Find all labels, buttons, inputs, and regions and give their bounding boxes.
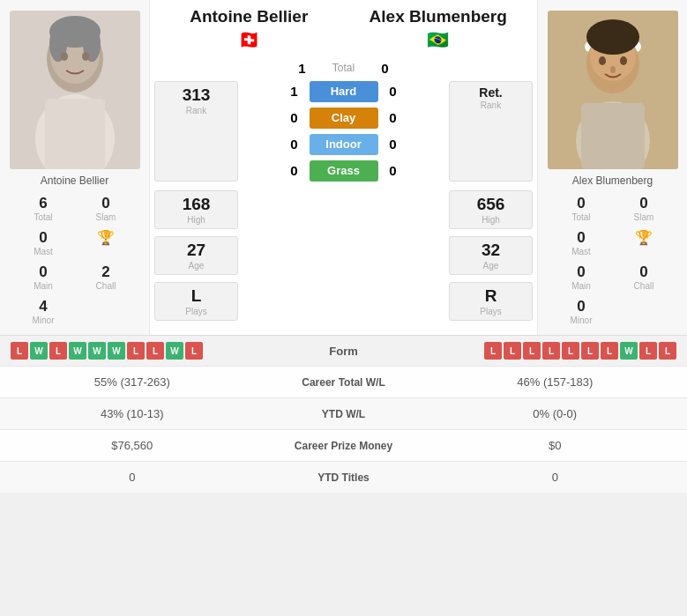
left-rank-box: 313 Rank	[154, 81, 238, 182]
right-form-badge: W	[620, 342, 638, 360]
stats-row-1: 43% (10-13)YTD W/L0% (0-0)	[0, 397, 687, 429]
stat-center-label-3: YTD Titles	[251, 471, 437, 484]
indoor-left-score: 0	[287, 137, 302, 152]
right-chall-value: 0	[639, 263, 647, 281]
svg-point-17	[610, 66, 616, 73]
left-total-stat: 6 Total	[13, 192, 74, 225]
stat-center-label-2: Career Prize Money	[251, 440, 437, 452]
left-mast-value: 0	[39, 229, 47, 247]
left-main-value: 0	[39, 263, 47, 281]
right-form-badge: L	[562, 342, 579, 360]
left-rank-value: 313	[166, 85, 227, 105]
hard-badge: Hard	[310, 81, 378, 102]
stats-row-0: 55% (317-263)Career Total W/L46% (157-18…	[0, 366, 687, 397]
right-form-badge: L	[581, 342, 599, 360]
form-row: LWLWWWLLWL Form LLLLLLLWLL	[0, 335, 687, 366]
right-rank-label: Rank	[460, 100, 521, 110]
left-player-stats: 6 Total 0 Slam 0 Mast 🏆 0 Main	[13, 192, 137, 328]
left-main-label: Main	[34, 281, 53, 291]
left-plays-label: Plays	[166, 307, 227, 316]
stats-row-3: 0YTD Titles0	[0, 461, 687, 493]
right-form-badge: L	[484, 342, 502, 360]
form-label: Form	[300, 345, 388, 358]
right-main-stat: 0 Main	[551, 261, 612, 293]
indoor-badge: Indoor	[310, 134, 378, 155]
right-age-box: 32 Age	[449, 236, 533, 275]
left-player-center-name: Antoine Bellier	[154, 7, 344, 26]
left-minor-value: 4	[39, 298, 47, 315]
right-mast-label: Mast	[571, 247, 591, 256]
hard-right-score: 0	[385, 84, 401, 99]
stat-center-label-0: Career Total W/L	[251, 376, 437, 389]
left-slam-stat: 0 Slam	[76, 192, 137, 225]
left-form-badge: W	[69, 342, 86, 360]
left-trophy-icon-container: 🏆	[76, 226, 137, 259]
svg-point-15	[599, 56, 606, 65]
svg-rect-19	[581, 103, 645, 169]
main-container: Antoine Bellier 6 Total 0 Slam 0 Mast 🏆	[0, 0, 687, 493]
stats-row-2: $76,560Career Prize Money$0	[0, 429, 687, 461]
svg-point-16	[620, 56, 627, 65]
right-main-label: Main	[571, 281, 591, 291]
left-age-value: 27	[166, 241, 227, 260]
total-right-score: 0	[377, 61, 393, 76]
left-high-label: High	[166, 215, 227, 225]
right-plays-label: Plays	[460, 307, 521, 316]
left-plays-box: L Plays	[154, 282, 238, 321]
left-form-badge: L	[146, 342, 164, 360]
right-chall-stat: 0 Chall	[614, 261, 675, 293]
svg-point-6	[61, 52, 68, 61]
right-mast-value: 0	[577, 229, 585, 247]
indoor-right-score: 0	[385, 137, 401, 152]
grass-right-score: 0	[385, 163, 401, 178]
left-mast-stat: 0 Mast	[13, 226, 74, 259]
left-main-stat: 0 Main	[13, 261, 74, 293]
left-high-value: 168	[166, 195, 227, 214]
right-minor-stat: 0 Minor	[551, 295, 612, 328]
right-trophy-icon: 🏆	[635, 229, 653, 246]
left-plays-value: L	[166, 286, 227, 306]
right-total-label: Total	[571, 212, 590, 222]
right-rank-box: Ret. Rank	[449, 81, 533, 182]
clay-badge: Clay	[310, 108, 378, 129]
right-main-value: 0	[577, 263, 585, 281]
right-form-badge: L	[601, 342, 618, 360]
left-player-photo	[10, 11, 140, 169]
left-form-badge: W	[30, 342, 48, 360]
right-minor-value: 0	[577, 298, 585, 315]
stat-right-val-3: 0	[437, 471, 675, 484]
right-player-name-label: Alex Blumenberg	[572, 174, 653, 187]
left-form-badge: W	[88, 342, 106, 360]
left-chall-label: Chall	[96, 281, 116, 291]
left-form-badge: L	[49, 342, 67, 360]
indoor-row: 0 Indoor 0	[287, 134, 401, 155]
left-mast-label: Mast	[34, 247, 53, 256]
stat-right-val-1: 0% (0-0)	[437, 407, 675, 420]
right-plays-box: R Plays	[449, 282, 533, 321]
right-slam-value: 0	[639, 195, 647, 212]
right-player-center-name: Alex Blumenberg	[344, 7, 534, 26]
stat-left-val-3: 0	[13, 471, 251, 484]
top-section: Antoine Bellier 6 Total 0 Slam 0 Mast 🏆	[0, 0, 687, 335]
right-plays-value: R	[460, 286, 521, 306]
left-flag: 🇨🇭	[154, 29, 344, 50]
right-player-photo	[548, 11, 678, 169]
right-age-label: Age	[460, 261, 521, 271]
center-column: Antoine Bellier 🇨🇭 Alex Blumenberg 🇧🇷 1 …	[150, 0, 537, 335]
hard-left-score: 1	[287, 84, 302, 99]
left-slam-value: 0	[101, 195, 109, 212]
right-form-badge: L	[504, 342, 521, 360]
right-player-column: Alex Blumenberg 0 Total 0 Slam 0 Mast 🏆	[537, 0, 687, 335]
stat-right-val-2: $0	[437, 439, 675, 452]
stat-right-val-0: 46% (157-183)	[437, 375, 675, 389]
right-chall-label: Chall	[634, 281, 654, 291]
right-high-label: High	[460, 215, 521, 225]
grass-badge: Grass	[310, 160, 378, 182]
stat-left-val-2: $76,560	[13, 439, 251, 452]
stat-left-val-1: 43% (10-13)	[13, 407, 251, 420]
left-form-badge: W	[108, 342, 125, 360]
left-total-label: Total	[34, 212, 52, 222]
right-total-value: 0	[577, 195, 585, 212]
right-high-box: 656 High	[449, 190, 533, 229]
clay-left-score: 0	[287, 110, 302, 125]
